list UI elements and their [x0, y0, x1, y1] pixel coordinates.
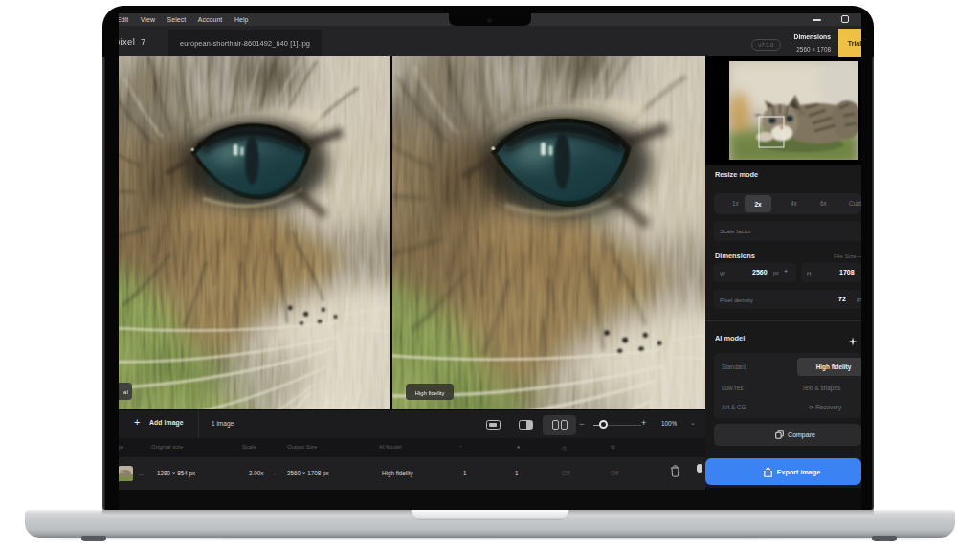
svg-text:High fidelity: High fidelity [414, 390, 444, 396]
svg-text:al: al [123, 388, 128, 395]
